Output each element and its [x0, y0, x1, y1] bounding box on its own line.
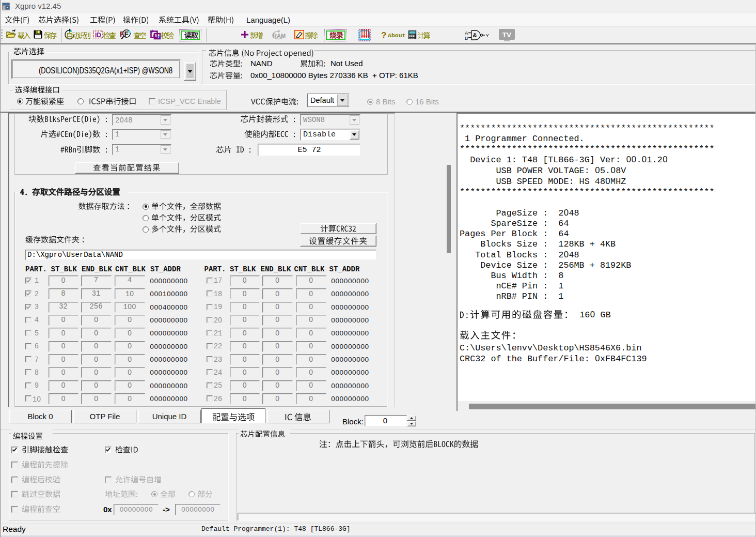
svg-text:Y: Y — [486, 33, 490, 38]
svg-text:B: B — [465, 35, 468, 41]
svg-text:&: & — [473, 32, 477, 38]
svg-text:ID: ID — [95, 32, 101, 39]
svg-text:F: F — [124, 30, 129, 38]
svg-text:RAM: RAM — [273, 33, 286, 39]
